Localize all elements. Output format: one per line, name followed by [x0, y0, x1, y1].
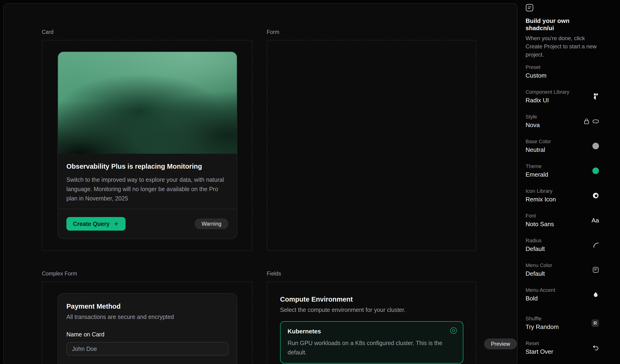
payment-method-card: Payment Method All transactions are secu… — [58, 293, 237, 364]
radius-arc-icon — [593, 242, 599, 248]
setting-value: Bold — [526, 295, 599, 302]
plus-icon — [113, 221, 119, 227]
undo-icon — [592, 345, 599, 351]
settings-sidebar: Build your own shadcn/ui When you're don… — [526, 4, 599, 364]
sidebar-item-base-color[interactable]: Base Color Neutral — [526, 138, 599, 153]
create-query-label: Create Query — [73, 221, 110, 227]
setting-value: Radix UI — [526, 96, 599, 104]
sidebar-item-radius[interactable]: Radius Default — [526, 238, 599, 253]
setting-label: Theme — [526, 163, 599, 169]
setting-value: Noto Sans — [526, 220, 599, 228]
setting-label: Menu Color — [526, 262, 599, 268]
setting-label: Font — [526, 213, 599, 219]
setting-value: Neutral — [526, 146, 599, 153]
sidebar-item-preset[interactable]: Preset Custom — [526, 64, 599, 79]
sidebar-item-font[interactable]: Font Noto Sans Aa — [526, 213, 599, 228]
sidebar-settings-list: Preset Custom Component Library Radix UI… — [526, 64, 599, 355]
setting-label: Component Library — [526, 89, 599, 95]
sidebar-description: When you're done, click Create Project t… — [526, 34, 599, 59]
form-section-box: User Information Please fill in your det… — [267, 40, 476, 251]
font-sample-icon: Aa — [591, 217, 599, 224]
sidebar-item-reset[interactable]: Reset Start Over — [526, 340, 599, 355]
setting-label: Reset — [526, 340, 599, 347]
button-shape-icon — [592, 118, 599, 124]
setting-value: Start Over — [526, 348, 599, 355]
setting-label: Base Color — [526, 138, 599, 145]
setting-label: Icon Library — [526, 188, 599, 194]
sidebar-item-icon-library[interactable]: Icon Library Remix Icon — [526, 188, 599, 203]
setting-value: Remix Icon — [526, 196, 599, 203]
setting-value: Default — [526, 245, 599, 253]
compute-environment-title: Compute Environment — [280, 296, 463, 303]
warning-button[interactable]: Warning — [195, 218, 228, 229]
section-label-complex-form: Complex Form — [42, 271, 77, 277]
promo-description: Switch to the improved way to explore yo… — [66, 175, 228, 203]
promo-gradient-image — [58, 52, 237, 154]
neutral-color-swatch — [592, 143, 599, 149]
setting-label: Preset — [526, 64, 599, 70]
ink-drop-icon — [592, 291, 599, 298]
compute-environment-block: Compute Environment Select the compute e… — [280, 296, 463, 364]
kubernetes-option-description: Run GPU workloads on a K8s configured cl… — [288, 338, 442, 357]
sidebar-item-menu-accent[interactable]: Menu Accent Bold — [526, 287, 599, 302]
name-on-card-label: Name on Card — [66, 331, 228, 338]
random-letter-badge-icon: R — [591, 319, 599, 327]
promo-title: Observability Plus is replacing Monitori… — [66, 163, 228, 170]
sidebar-heading: Build your own shadcn/ui — [526, 17, 599, 32]
promo-footer: Create Query Warning — [58, 209, 237, 239]
radix-icon — [593, 93, 599, 100]
setting-value: Emerald — [526, 171, 599, 178]
section-label-fields: Fields — [267, 271, 281, 277]
section-label-card: Card — [42, 29, 54, 35]
card-section-box: Observability Plus is replacing Monitori… — [42, 40, 252, 251]
setting-label: Shuffle — [526, 316, 599, 322]
setting-value: Custom — [526, 72, 599, 79]
canvas-panel: Card Observability Plus is replacing Mon… — [3, 3, 518, 364]
builder-logo-icon[interactable] — [526, 4, 533, 12]
sidebar-item-theme[interactable]: Theme Emerald — [526, 163, 599, 178]
compute-environment-subtitle: Select the compute environment for your … — [280, 306, 463, 313]
sidebar-item-shuffle[interactable]: Shuffle Try Random R — [526, 316, 599, 331]
setting-label: Menu Accent — [526, 287, 599, 293]
payment-method-title: Payment Method — [66, 303, 228, 310]
complex-form-section-box: Payment Method All transactions are secu… — [42, 282, 252, 364]
remix-icon — [592, 192, 599, 199]
lock-icon — [584, 118, 589, 124]
menu-panel-icon — [592, 267, 599, 273]
setting-label: Radius — [526, 238, 599, 244]
setting-value: Default — [526, 270, 599, 277]
name-on-card-input[interactable] — [66, 342, 228, 356]
create-query-button[interactable]: Create Query — [66, 217, 125, 231]
preview-button[interactable]: Preview — [484, 338, 517, 349]
setting-value: Try Random — [526, 323, 599, 331]
sidebar-item-component-library[interactable]: Component Library Radix UI — [526, 89, 599, 104]
fields-section-box: Compute Environment Select the compute e… — [267, 282, 476, 364]
kubernetes-option-title: Kubernetes — [288, 328, 456, 335]
radio-selected-icon[interactable] — [450, 327, 457, 334]
emerald-color-swatch — [592, 167, 599, 174]
promo-card: Observability Plus is replacing Monitori… — [58, 51, 237, 239]
sidebar-item-style[interactable]: Style Nova — [526, 114, 599, 129]
sidebar-item-menu-color[interactable]: Menu Color Default — [526, 262, 599, 277]
promo-body: Observability Plus is replacing Monitori… — [58, 154, 237, 209]
kubernetes-option[interactable]: Kubernetes Run GPU workloads on a K8s co… — [280, 321, 463, 364]
section-label-form: Form — [267, 29, 279, 35]
payment-method-subtitle: All transactions are secure and encrypte… — [66, 314, 228, 320]
